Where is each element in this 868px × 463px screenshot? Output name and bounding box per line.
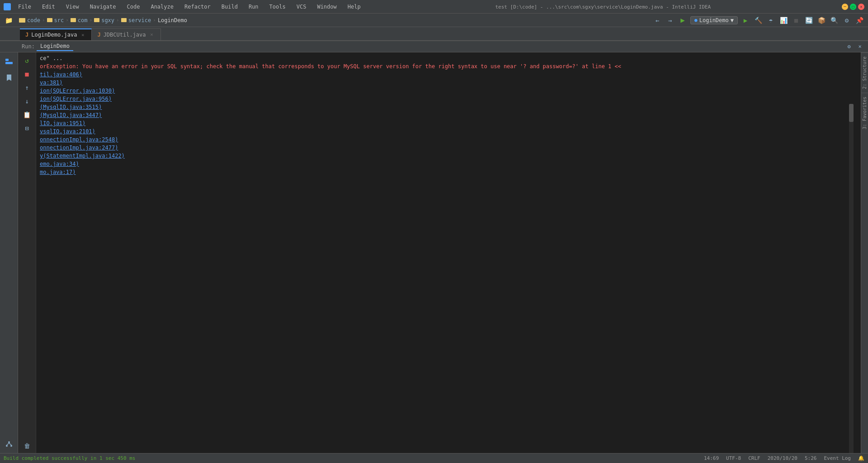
scrollbar-track[interactable] bbox=[849, 104, 854, 454]
toolbar: 📁 code › src › com › sgxy › service › Lo… bbox=[0, 14, 868, 27]
content-wrapper: Run: LoginDemo ⚙ × bbox=[0, 41, 868, 463]
console-line[interactable]: lIO.java:1951) bbox=[40, 119, 853, 127]
tab-jdbcutil-label: JDBCUtil.java bbox=[104, 32, 146, 38]
editor-tabs: J LoginDemo.java × J JDBCUtil.java × bbox=[0, 27, 868, 41]
menu-code[interactable]: Code bbox=[123, 3, 144, 11]
status-line-sep[interactable]: CRLF bbox=[748, 455, 760, 461]
profiler-btn[interactable]: 📊 bbox=[778, 15, 788, 25]
menu-build[interactable]: Build bbox=[218, 3, 241, 11]
run-panel-header: Run: LoginDemo ⚙ × bbox=[0, 41, 868, 52]
rerun-button[interactable]: ↺ bbox=[21, 54, 33, 67]
status-notifications[interactable]: 🔔 bbox=[858, 455, 864, 461]
menu-file[interactable]: File bbox=[14, 3, 35, 11]
breadcrumb: code › src › com › sgxy › service › Logi… bbox=[19, 17, 187, 23]
sdk-btn[interactable]: 📦 bbox=[816, 15, 826, 25]
menu-vcs[interactable]: VCS bbox=[293, 3, 310, 11]
search-btn[interactable]: 🔍 bbox=[829, 15, 839, 25]
menu-tools[interactable]: Tools bbox=[266, 3, 289, 11]
svg-line-5 bbox=[7, 443, 9, 445]
scrollbar-thumb[interactable] bbox=[849, 104, 854, 122]
minimize-button[interactable]: ─ bbox=[842, 4, 848, 10]
svg-point-2 bbox=[8, 441, 10, 443]
scroll-up-button[interactable]: ↑ bbox=[21, 81, 33, 94]
menu-run[interactable]: Run bbox=[245, 3, 262, 11]
console-line[interactable]: ion(SQLError.java:956) bbox=[40, 95, 853, 103]
forward-btn[interactable]: → bbox=[665, 15, 675, 25]
tab-close-jdbcutil[interactable]: × bbox=[149, 32, 155, 38]
vertical-tab-favorites[interactable]: 3: Favorites bbox=[861, 93, 868, 133]
console-line[interactable]: emo.java:34) bbox=[40, 160, 853, 168]
console-line[interactable]: va:381) bbox=[40, 79, 853, 87]
menu-refactor[interactable]: Refactor bbox=[181, 3, 214, 11]
console-output: ce" ...orException: You have an error in… bbox=[36, 52, 856, 454]
console-line[interactable]: (MysqlIO.java:3515) bbox=[40, 103, 853, 111]
run-button[interactable]: ▶ bbox=[678, 15, 688, 25]
status-datetime: 2020/10/20 bbox=[768, 455, 797, 461]
breadcrumb-logindemo[interactable]: LoginDemo bbox=[158, 17, 187, 23]
folder-icon-sgxy bbox=[94, 18, 99, 22]
tab-jdbcutil[interactable]: J JDBCUtil.java × bbox=[92, 28, 160, 40]
run-panel-settings-icon[interactable]: ⚙ bbox=[844, 42, 854, 51]
settings-btn[interactable]: ⚙ bbox=[842, 15, 852, 25]
close-button[interactable]: × bbox=[858, 4, 864, 10]
console-line: orException: You have an error in your S… bbox=[40, 62, 853, 70]
java-icon-logindemo: J bbox=[25, 32, 28, 38]
breadcrumb-sep-5: › bbox=[153, 17, 156, 23]
run-label: Run: bbox=[22, 43, 35, 50]
svg-rect-0 bbox=[5, 59, 9, 61]
right-sidebar: 2: Structure 3: Favorites bbox=[861, 52, 868, 454]
maximize-button[interactable]: □ bbox=[850, 4, 856, 10]
console-line[interactable]: onnectionImpl.java:2548) bbox=[40, 136, 853, 144]
vertical-tab-structure[interactable]: 2: Structure bbox=[861, 52, 868, 93]
run-config-run-btn[interactable]: ▶ bbox=[741, 15, 750, 25]
console-line[interactable]: til.java:406) bbox=[40, 70, 853, 79]
console-line[interactable]: mo.java:17) bbox=[40, 168, 853, 176]
breadcrumb-com[interactable]: com bbox=[78, 17, 88, 23]
snapshot-button[interactable]: 📋 bbox=[21, 108, 33, 121]
clear-button[interactable]: 🗑 bbox=[21, 440, 33, 452]
sync-btn[interactable]: 🔄 bbox=[804, 15, 814, 25]
breadcrumb-src[interactable]: src bbox=[54, 17, 64, 23]
pin-btn[interactable]: 📌 bbox=[854, 15, 864, 25]
project-icon[interactable]: 📁 bbox=[4, 15, 14, 25]
run-toolbar: ↺ ■ ↑ ↓ 📋 ⊟ 🗑 bbox=[18, 52, 36, 454]
menu-analyze[interactable]: Analyze bbox=[147, 3, 177, 11]
status-encoding[interactable]: UTF-8 bbox=[726, 455, 741, 461]
sidebar-project-icon[interactable] bbox=[2, 54, 16, 69]
menu-help[interactable]: Help bbox=[344, 3, 364, 11]
stop-run-button[interactable]: ■ bbox=[21, 68, 33, 80]
status-event-log[interactable]: Event Log bbox=[824, 455, 851, 461]
breadcrumb-sep-2: › bbox=[66, 17, 69, 23]
status-position[interactable]: 14:69 bbox=[704, 455, 719, 461]
run-config-selector[interactable]: ● LoginDemo ▼ bbox=[690, 16, 738, 24]
tab-logindemo[interactable]: J LoginDemo.java × bbox=[20, 28, 92, 40]
breadcrumb-code[interactable]: code bbox=[27, 17, 40, 23]
back-btn[interactable]: ← bbox=[652, 15, 662, 25]
scroll-down-button[interactable]: ↓ bbox=[21, 95, 33, 108]
console-line[interactable]: onnectionImpl.java:2477) bbox=[40, 144, 853, 152]
svg-point-3 bbox=[6, 445, 8, 447]
menu-view[interactable]: View bbox=[62, 3, 83, 11]
console-line[interactable]: ion(SQLError.java:1030) bbox=[40, 87, 853, 95]
menu-navigate[interactable]: Navigate bbox=[86, 3, 120, 11]
stop-btn[interactable]: ■ bbox=[791, 15, 801, 25]
run-config-name: LoginDemo bbox=[699, 17, 729, 23]
breadcrumb-service[interactable]: service bbox=[128, 17, 151, 23]
run-tab-name[interactable]: LoginDemo bbox=[37, 42, 73, 51]
build-btn[interactable]: 🔨 bbox=[753, 15, 763, 25]
title-bar-left: File Edit View Navigate Code Analyze Ref… bbox=[4, 3, 364, 11]
coverage-btn[interactable]: ☂ bbox=[766, 15, 776, 25]
breadcrumb-sgxy[interactable]: sgxy bbox=[101, 17, 114, 23]
console-line[interactable]: vsqlIO.java:2101) bbox=[40, 127, 853, 136]
console-line[interactable]: (MysqlIO.java:3447) bbox=[40, 111, 853, 119]
console-line[interactable]: y(StatementImpl.java:1422) bbox=[40, 152, 853, 160]
sidebar-structure-icon[interactable] bbox=[2, 438, 16, 452]
sidebar-bookmark-icon[interactable] bbox=[2, 70, 16, 85]
status-right: 14:69 UTF-8 CRLF 2020/10/20 5:26 Event L… bbox=[704, 455, 864, 461]
breadcrumb-sep-3: › bbox=[90, 17, 93, 23]
filter-button[interactable]: ⊟ bbox=[21, 122, 33, 135]
menu-edit[interactable]: Edit bbox=[38, 3, 59, 11]
run-panel-close-icon[interactable]: × bbox=[855, 42, 864, 51]
menu-window[interactable]: Window bbox=[313, 3, 340, 11]
tab-close-logindemo[interactable]: × bbox=[80, 32, 86, 38]
